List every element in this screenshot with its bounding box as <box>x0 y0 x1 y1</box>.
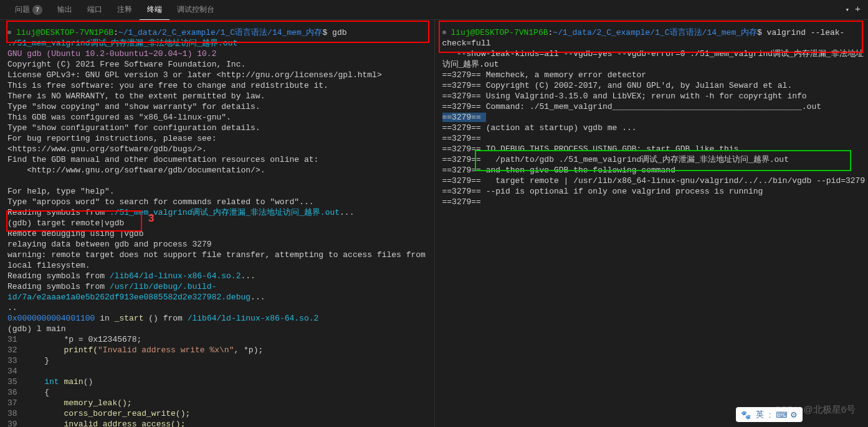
tab-ports[interactable]: 端口 <box>80 0 110 20</box>
tab-output[interactable]: 输出 <box>50 0 80 20</box>
terminal-left-pane[interactable]: 2 liuj@DESKTOP-7VN1P6B:~/1_data/2_C_exam… <box>0 20 434 427</box>
problems-badge: 7 <box>32 5 42 15</box>
vgdb-target-remote: ==3279== target remote | /usr/lib/x86_64… <box>442 176 866 186</box>
terminal-dropdown-icon[interactable]: ▾ <box>845 6 849 14</box>
tab-problems[interactable]: 问题7 <box>7 0 50 20</box>
gdb-version: GNU gdb (Ubuntu 10.2-0ubuntu1~20.04~1) 1… <box>7 49 432 59</box>
tab-terminal[interactable]: 终端 <box>140 0 169 20</box>
tab-debug-console[interactable]: 调试控制台 <box>169 0 222 20</box>
new-terminal-icon[interactable]: + <box>855 4 861 15</box>
terminal-right-pane[interactable]: 1 liuj@DESKTOP-7VN1P6B:~/1_data/2_C_exam… <box>434 20 869 427</box>
tab-comments[interactable]: 注释 <box>110 0 140 20</box>
gdb-target-remote: (gdb) target remote|vgdb <box>7 218 432 228</box>
annotation-3: 3 <box>148 212 154 225</box>
watermark: CSDN @北极星6号 <box>775 404 856 416</box>
panel-tabs-bar: 问题7 输出 端口 注释 终端 调试控制台 + ▾ <box>0 0 868 20</box>
paw-icon: 🐾 <box>741 410 751 420</box>
